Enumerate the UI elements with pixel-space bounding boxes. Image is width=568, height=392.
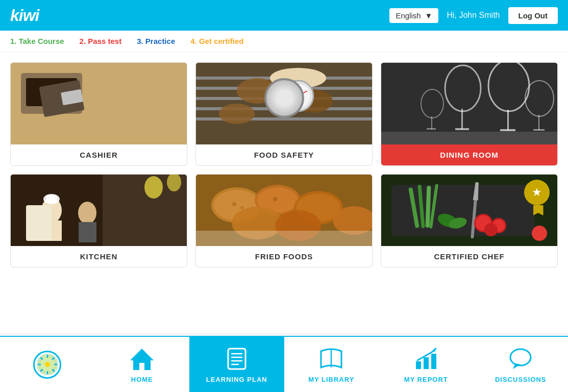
svg-rect-29 bbox=[538, 115, 539, 130]
svg-marker-86 bbox=[130, 349, 154, 370]
svg-rect-87 bbox=[228, 349, 245, 369]
steps-bar: 1. Take Course 2. Pass test 3. Practice … bbox=[0, 31, 568, 52]
course-card-dining-room[interactable]: DINING ROOM bbox=[381, 62, 558, 166]
svg-point-44 bbox=[78, 202, 96, 224]
home-icon bbox=[129, 346, 155, 372]
svg-rect-59 bbox=[196, 231, 372, 246]
nav-item-home[interactable]: HOME bbox=[95, 337, 190, 392]
nav-item-my-report[interactable]: MY REPORT bbox=[379, 337, 474, 392]
svg-rect-27 bbox=[500, 129, 515, 131]
main-content: CASHIER bbox=[0, 52, 568, 333]
svg-rect-33 bbox=[427, 128, 436, 130]
course-image-certified-chef bbox=[381, 175, 557, 246]
svg-rect-95 bbox=[431, 354, 436, 369]
svg-rect-32 bbox=[431, 116, 432, 129]
nav-item-my-library[interactable]: MY LIBRARY bbox=[284, 337, 379, 392]
svg-rect-43 bbox=[46, 195, 57, 203]
course-card-cashier[interactable]: CASHIER bbox=[10, 62, 187, 166]
chevron-down-icon: ▼ bbox=[425, 11, 433, 20]
nav-label-my-report: MY REPORT bbox=[404, 376, 448, 383]
step-4[interactable]: 4. Get certified bbox=[190, 37, 243, 45]
svg-point-17 bbox=[285, 83, 311, 109]
svg-rect-94 bbox=[424, 357, 429, 369]
logo: kiwi bbox=[10, 6, 39, 25]
svg-point-19 bbox=[297, 94, 300, 97]
nav-label-learning-plan: LEARNING PLAN bbox=[206, 376, 267, 383]
discussions-icon bbox=[508, 346, 533, 372]
course-label-food-safety: FOOD SAFETY bbox=[196, 144, 372, 165]
step-3[interactable]: 3. Practice bbox=[137, 37, 175, 45]
nav-item-kiwi[interactable] bbox=[0, 337, 95, 392]
language-selector[interactable]: English ▼ bbox=[389, 8, 438, 23]
header: kiwi English ▼ Hi, John Smith Log Out bbox=[0, 0, 568, 31]
course-card-food-safety[interactable]: FOOD SAFETY bbox=[195, 62, 373, 166]
language-value: English bbox=[396, 11, 421, 20]
nav-item-learning-plan[interactable]: LEARNING PLAN bbox=[189, 337, 284, 392]
course-card-certified-chef[interactable]: CERTIFIED CHEF bbox=[381, 174, 558, 267]
svg-rect-3 bbox=[55, 88, 84, 109]
course-label-kitchen: KITCHEN bbox=[11, 246, 187, 267]
svg-point-38 bbox=[144, 176, 163, 199]
course-grid: CASHIER bbox=[10, 62, 558, 267]
course-image-fried-foods bbox=[196, 175, 372, 246]
svg-point-74 bbox=[484, 223, 498, 236]
course-image-kitchen bbox=[11, 175, 187, 246]
svg-point-77 bbox=[45, 362, 50, 367]
svg-point-12 bbox=[237, 78, 278, 104]
step-2[interactable]: 2. Pass test bbox=[80, 37, 122, 45]
svg-rect-4 bbox=[61, 91, 81, 106]
report-icon bbox=[413, 346, 439, 372]
logout-button[interactable]: Log Out bbox=[508, 7, 558, 24]
course-image-cashier bbox=[11, 63, 187, 144]
svg-point-57 bbox=[240, 206, 243, 209]
nav-label-my-library: MY LIBRARY bbox=[308, 376, 354, 383]
course-image-food-safety bbox=[196, 63, 372, 144]
header-right: English ▼ Hi, John Smith Log Out bbox=[389, 7, 558, 24]
user-greeting: Hi, John Smith bbox=[447, 11, 500, 20]
learning-plan-icon bbox=[224, 346, 250, 372]
nav-label-home: HOME bbox=[131, 376, 153, 383]
course-label-dining-room: DINING ROOM bbox=[381, 144, 557, 165]
svg-rect-34 bbox=[381, 132, 557, 144]
course-label-certified-chef: CERTIFIED CHEF bbox=[381, 246, 557, 267]
svg-rect-2 bbox=[26, 78, 77, 106]
step-1[interactable]: 1. Take Course bbox=[10, 37, 64, 45]
nav-label-discussions: DISCUSSIONS bbox=[495, 376, 547, 383]
svg-rect-24 bbox=[455, 128, 469, 130]
kiwi-icon bbox=[33, 351, 61, 379]
svg-point-14 bbox=[219, 104, 255, 124]
bottom-nav: HOME LEARNING PLAN MY LIBRARY bbox=[0, 336, 568, 392]
course-image-dining-room bbox=[381, 63, 557, 144]
svg-point-56 bbox=[232, 202, 236, 206]
achievement-badge bbox=[524, 180, 552, 213]
svg-point-58 bbox=[273, 197, 277, 201]
course-label-cashier: CASHIER bbox=[11, 144, 187, 165]
svg-rect-30 bbox=[533, 129, 545, 131]
course-card-kitchen[interactable]: KITCHEN bbox=[10, 174, 187, 267]
svg-rect-23 bbox=[461, 109, 463, 129]
nav-item-discussions[interactable]: DISCUSSIONS bbox=[474, 337, 569, 392]
library-icon bbox=[318, 346, 344, 372]
star-icon bbox=[524, 180, 550, 205]
svg-rect-93 bbox=[416, 361, 421, 369]
svg-point-15 bbox=[270, 68, 326, 88]
course-label-fried-foods: FRIED FOODS bbox=[196, 246, 372, 267]
course-card-fried-foods[interactable]: FRIED FOODS bbox=[195, 174, 373, 267]
svg-rect-45 bbox=[79, 222, 96, 242]
svg-rect-26 bbox=[507, 110, 509, 130]
svg-point-97 bbox=[510, 349, 531, 365]
svg-rect-41 bbox=[41, 220, 62, 241]
